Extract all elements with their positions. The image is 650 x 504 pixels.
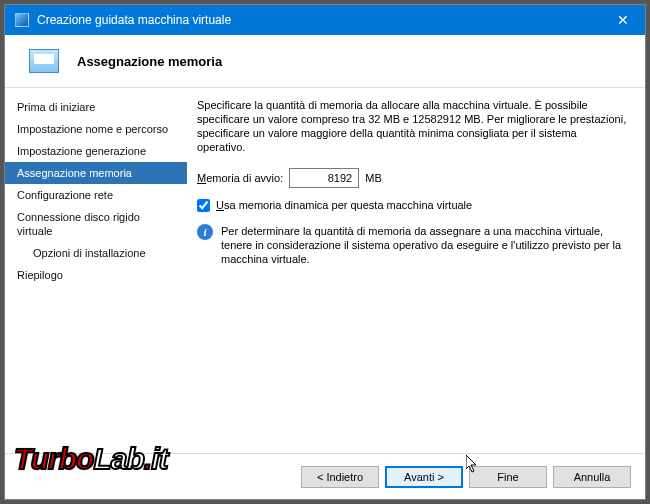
sidebar-item-disk[interactable]: Connessione disco rigido virtuale — [5, 206, 187, 242]
dynamic-memory-label: Usa memoria dinamica per questa macchina… — [216, 198, 472, 212]
titlebar: Creazione guidata macchina virtuale ✕ — [5, 5, 645, 35]
memory-row: Memoria di avvio: MB — [197, 168, 627, 188]
memory-label: Memoria di avvio: — [197, 171, 283, 185]
app-icon — [15, 13, 29, 27]
dynamic-memory-row[interactable]: Usa memoria dinamica per questa macchina… — [197, 198, 627, 212]
memory-unit: MB — [365, 171, 382, 185]
wizard-content: Specificare la quantità di memoria da al… — [187, 88, 645, 453]
sidebar-item-network[interactable]: Configurazione rete — [5, 184, 187, 206]
description-text: Specificare la quantità di memoria da al… — [197, 98, 627, 154]
sidebar-item-generation[interactable]: Impostazione generazione — [5, 140, 187, 162]
dynamic-memory-checkbox[interactable] — [197, 199, 210, 212]
wizard-steps: Prima di iniziare Impostazione nome e pe… — [5, 88, 187, 453]
info-text: Per determinare la quantità di memoria d… — [221, 224, 627, 266]
finish-button[interactable]: Fine — [469, 466, 547, 488]
wizard-body: Prima di iniziare Impostazione nome e pe… — [5, 88, 645, 453]
next-button[interactable]: Avanti > — [385, 466, 463, 488]
close-icon: ✕ — [617, 12, 629, 28]
cancel-button[interactable]: Annulla — [553, 466, 631, 488]
wizard-footer: < Indietro Avanti > Fine Annulla — [5, 453, 645, 499]
info-icon: i — [197, 224, 213, 240]
page-title: Assegnazione memoria — [77, 54, 222, 69]
back-button[interactable]: < Indietro — [301, 466, 379, 488]
startup-memory-input[interactable] — [289, 168, 359, 188]
wizard-icon — [29, 49, 59, 73]
wizard-window: Creazione guidata macchina virtuale ✕ As… — [5, 5, 645, 499]
window-title: Creazione guidata macchina virtuale — [37, 13, 601, 27]
sidebar-item-before-begin[interactable]: Prima di iniziare — [5, 96, 187, 118]
sidebar-item-memory[interactable]: Assegnazione memoria — [5, 162, 187, 184]
close-button[interactable]: ✕ — [601, 5, 645, 35]
info-row: i Per determinare la quantità di memoria… — [197, 224, 627, 266]
sidebar-item-name-path[interactable]: Impostazione nome e percorso — [5, 118, 187, 140]
sidebar-item-summary[interactable]: Riepilogo — [5, 264, 187, 286]
sidebar-item-install-options[interactable]: Opzioni di installazione — [5, 242, 187, 264]
wizard-header: Assegnazione memoria — [5, 35, 645, 87]
